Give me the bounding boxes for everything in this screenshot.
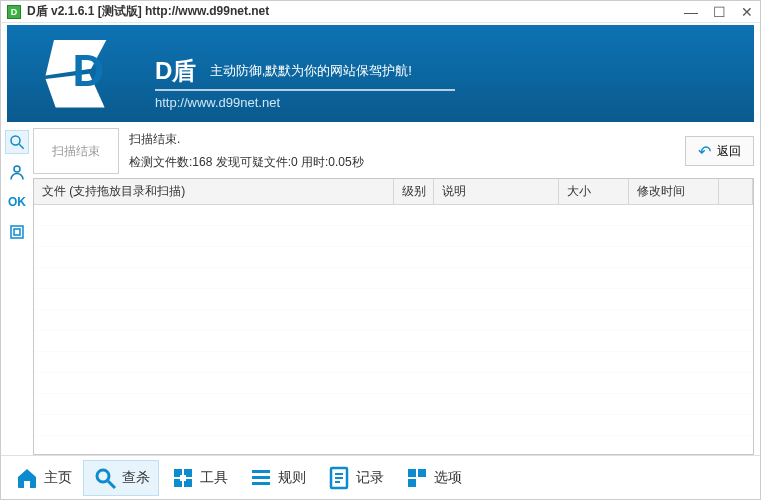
nav-options[interactable]: 选项 (395, 460, 471, 496)
svg-point-5 (14, 166, 20, 172)
nav-records[interactable]: 记录 (317, 460, 393, 496)
grid-icon (404, 465, 430, 491)
nav-home-label: 主页 (44, 469, 72, 487)
svg-rect-15 (252, 470, 270, 473)
nav-rules-label: 规则 (278, 469, 306, 487)
nav-rules[interactable]: 规则 (239, 460, 315, 496)
nav-records-label: 记录 (356, 469, 384, 487)
undo-icon: ↶ (698, 142, 711, 161)
grid-header: 文件 (支持拖放目录和扫描) 级别 说明 大小 修改时间 (34, 179, 753, 205)
svg-rect-7 (14, 229, 20, 235)
brand-url: http://www.d99net.net (155, 89, 455, 110)
document-icon (326, 465, 352, 491)
nav-killsoft-label: 查杀 (122, 469, 150, 487)
column-file[interactable]: 文件 (支持拖放目录和扫描) (34, 179, 394, 204)
search-icon (92, 465, 118, 491)
svg-rect-6 (11, 226, 23, 238)
back-button[interactable]: ↶ 返回 (685, 136, 754, 166)
sidebar-square-button[interactable] (5, 220, 29, 244)
home-icon (14, 465, 40, 491)
nav-killsoft[interactable]: 查杀 (83, 460, 159, 496)
nav-tools-label: 工具 (200, 469, 228, 487)
column-mtime[interactable]: 修改时间 (629, 179, 719, 204)
bottom-nav: 主页 查杀 工具 规则 记录 选项 (1, 455, 760, 499)
svg-rect-23 (418, 469, 426, 477)
list-icon (248, 465, 274, 491)
sidebar-config-button[interactable] (5, 160, 29, 184)
status-line1: 扫描结束. (129, 131, 675, 148)
status-line2: 检测文件数:168 发现可疑文件:0 用时:0.05秒 (129, 154, 675, 171)
main-panel: 扫描结束 扫描结束. 检测文件数:168 发现可疑文件:0 用时:0.05秒 ↶… (33, 128, 754, 455)
minimize-button[interactable]: — (684, 5, 698, 19)
column-desc[interactable]: 说明 (434, 179, 559, 204)
column-level[interactable]: 级别 (394, 179, 434, 204)
svg-text:D: D (73, 46, 105, 95)
search-icon (8, 133, 26, 151)
nav-tools[interactable]: 工具 (161, 460, 237, 496)
sidebar-scan-button[interactable] (5, 130, 29, 154)
app-icon: D (7, 5, 21, 19)
brand-slogan: 主动防御,默默为你的网站保驾护航! (210, 62, 412, 80)
brand-text: D盾 主动防御,默默为你的网站保驾护航! (155, 55, 412, 87)
window-title: D盾 v2.1.6.1 [测试版] http://www.d99net.net (27, 3, 684, 20)
brand-name: D盾 (155, 55, 196, 87)
square-icon (8, 223, 26, 241)
results-grid: 文件 (支持拖放目录和扫描) 级别 说明 大小 修改时间 (33, 178, 754, 455)
svg-rect-17 (252, 482, 270, 485)
window-controls: — ☐ ✕ (684, 5, 754, 19)
status-text: 扫描结束. 检测文件数:168 发现可疑文件:0 用时:0.05秒 (129, 128, 675, 174)
nav-options-label: 选项 (434, 469, 462, 487)
left-sidebar: OK (1, 128, 33, 455)
svg-rect-16 (252, 476, 270, 479)
person-gear-icon (8, 163, 26, 181)
sidebar-ok-button[interactable]: OK (5, 190, 29, 214)
svg-line-9 (108, 481, 115, 488)
status-box: 扫描结束 (33, 128, 119, 174)
svg-point-3 (11, 136, 20, 145)
svg-rect-24 (408, 479, 416, 487)
svg-rect-14 (180, 475, 186, 481)
svg-line-4 (19, 144, 24, 149)
column-size[interactable]: 大小 (559, 179, 629, 204)
svg-point-8 (97, 470, 109, 482)
column-spacer (719, 179, 753, 204)
maximize-button[interactable]: ☐ (712, 5, 726, 19)
header-banner: D D盾 主动防御,默默为你的网站保驾护航! http://www.d99net… (7, 25, 754, 122)
status-box-label: 扫描结束 (52, 143, 100, 160)
main-content: OK 扫描结束 扫描结束. 检测文件数:168 发现可疑文件:0 用时:0.05… (1, 124, 760, 455)
back-label: 返回 (717, 143, 741, 160)
svg-rect-22 (408, 469, 416, 477)
nav-home[interactable]: 主页 (5, 460, 81, 496)
tools-icon (170, 465, 196, 491)
close-button[interactable]: ✕ (740, 5, 754, 19)
grid-body[interactable] (34, 205, 753, 454)
titlebar: D D盾 v2.1.6.1 [测试版] http://www.d99net.ne… (1, 1, 760, 23)
logo-icon: D (37, 35, 125, 111)
status-row: 扫描结束 扫描结束. 检测文件数:168 发现可疑文件:0 用时:0.05秒 ↶… (33, 128, 754, 174)
